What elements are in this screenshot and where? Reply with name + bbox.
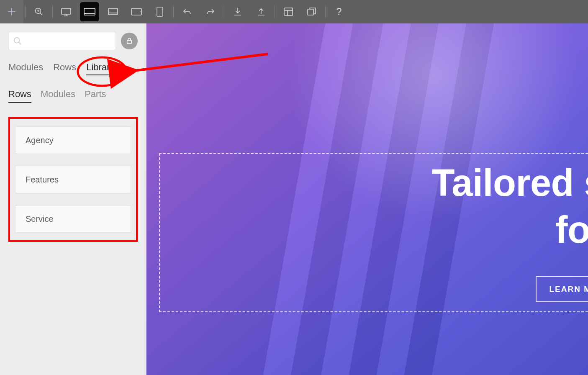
viewport-wide-button[interactable] [80, 2, 99, 21]
learn-more-button[interactable]: LEARN M [536, 276, 588, 302]
hero-line-1: Tailored s [432, 162, 588, 204]
toolbar-divider [275, 5, 275, 18]
item-label: Features [26, 175, 59, 185]
svg-rect-1 [62, 8, 71, 14]
search-box[interactable] [8, 32, 116, 50]
list-item[interactable]: Service [15, 205, 131, 233]
list-item[interactable]: Features [15, 166, 131, 193]
canvas-area[interactable]: Tailored s for LEARN M [146, 23, 588, 375]
toolbar-divider [173, 5, 174, 18]
svg-rect-9 [308, 9, 313, 15]
toolbar-divider [52, 5, 53, 18]
search-row [8, 32, 138, 50]
list-item[interactable]: Agency [15, 126, 131, 154]
search-input[interactable] [25, 37, 111, 45]
secondary-tabs: Rows Modules Parts [8, 89, 138, 103]
lock-icon [126, 37, 133, 45]
duplicate-button[interactable] [300, 0, 324, 23]
svg-point-5 [140, 11, 141, 12]
hero-line-2: for [555, 208, 588, 252]
svg-point-7 [159, 15, 160, 15]
viewport-tablet-landscape-button[interactable] [125, 0, 148, 23]
primary-tabs: Modules Rows Library [8, 62, 138, 75]
search-icon [13, 36, 22, 46]
item-label: Agency [26, 136, 54, 145]
svg-rect-8 [284, 8, 293, 15]
tab-library[interactable]: Library [86, 62, 114, 75]
svg-rect-2 [84, 8, 95, 15]
sidebar-panel: Modules Rows Library Rows Modules Parts … [0, 23, 146, 375]
svg-rect-11 [127, 41, 132, 44]
cta-label: LEARN M [549, 285, 588, 293]
subtab-rows[interactable]: Rows [8, 89, 31, 103]
viewport-laptop-button[interactable] [101, 0, 125, 23]
help-icon: ? [336, 6, 342, 18]
svg-rect-3 [108, 8, 118, 15]
main-area: Modules Rows Library Rows Modules Parts … [0, 23, 588, 375]
canvas-section-outline[interactable]: Tailored s for LEARN M [159, 153, 588, 312]
import-button[interactable] [226, 0, 249, 23]
undo-button[interactable] [175, 0, 199, 23]
subtab-parts[interactable]: Parts [85, 89, 106, 103]
toolbar-divider [325, 5, 326, 18]
toolbar-divider [25, 5, 26, 18]
library-items-highlight: Agency Features Service [8, 117, 138, 242]
subtab-modules[interactable]: Modules [41, 89, 75, 103]
tab-rows[interactable]: Rows [53, 62, 76, 75]
viewport-desktop-button[interactable] [54, 0, 78, 23]
svg-point-10 [14, 38, 20, 43]
help-button[interactable]: ? [327, 0, 351, 23]
lock-button[interactable] [121, 33, 138, 49]
layout-button[interactable] [277, 0, 300, 23]
zoom-button[interactable] [27, 0, 51, 23]
viewport-tablet-portrait-button[interactable] [148, 0, 172, 23]
redo-button[interactable] [199, 0, 222, 23]
item-label: Service [26, 214, 54, 224]
export-button[interactable] [249, 0, 273, 23]
tab-modules[interactable]: Modules [8, 62, 43, 75]
toolbar-divider [224, 5, 224, 18]
top-toolbar: ? [0, 0, 588, 23]
add-button[interactable] [0, 0, 23, 23]
